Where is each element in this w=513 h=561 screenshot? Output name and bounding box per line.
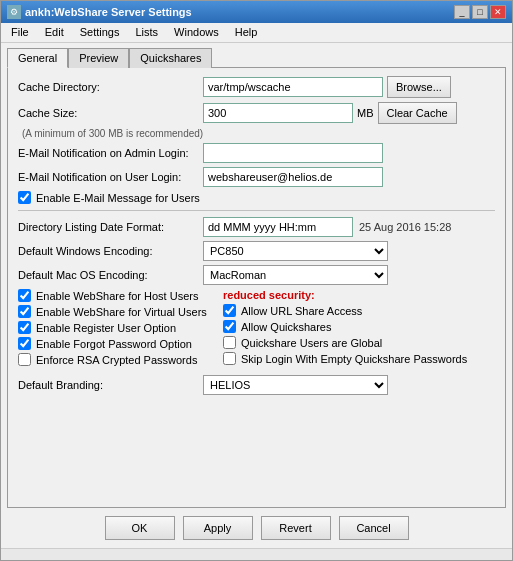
checkbox-forgot-password: Enable Forgot Password Option (18, 337, 213, 350)
email-user-input[interactable] (203, 167, 383, 187)
cache-size-input[interactable] (203, 103, 353, 123)
email-user-row: E-Mail Notification on User Login: (18, 167, 495, 187)
checkbox-host-users-input[interactable] (18, 289, 31, 302)
clear-cache-button[interactable]: Clear Cache (378, 102, 457, 124)
checkbox-quickshare-global-input[interactable] (223, 336, 236, 349)
checkbox-virtual-users: Enable WebShare for Virtual Users (18, 305, 213, 318)
menu-lists[interactable]: Lists (129, 25, 164, 40)
tabs: General Preview Quickshares (7, 47, 506, 67)
maximize-button[interactable]: □ (472, 5, 488, 19)
checkbox-rsa-crypted-input[interactable] (18, 353, 31, 366)
enable-email-row: Enable E-Mail Message for Users (18, 191, 495, 204)
cache-size-unit: MB (357, 107, 374, 119)
email-admin-row: E-Mail Notification on Admin Login: (18, 143, 495, 163)
checkbox-skip-login-input[interactable] (223, 352, 236, 365)
date-preview: 25 Aug 2016 15:28 (359, 221, 451, 233)
checkbox-quickshare-global-label: Quickshare Users are Global (241, 337, 382, 349)
checkbox-allow-quickshares: Allow Quickshares (223, 320, 495, 333)
mac-encoding-label: Default Mac OS Encoding: (18, 269, 203, 281)
checkboxes-section: Enable WebShare for Host Users Enable We… (18, 289, 495, 369)
checkbox-register-user-input[interactable] (18, 321, 31, 334)
cache-size-row: Cache Size: MB Clear Cache (18, 102, 495, 124)
checkbox-register-user-label: Enable Register User Option (36, 322, 176, 334)
windows-encoding-label: Default Windows Encoding: (18, 245, 203, 257)
close-button[interactable]: ✕ (490, 5, 506, 19)
enable-email-checkbox[interactable] (18, 191, 31, 204)
cache-directory-label: Cache Directory: (18, 81, 203, 93)
checkbox-url-share-input[interactable] (223, 304, 236, 317)
bottom-strip (1, 548, 512, 560)
email-admin-input[interactable] (203, 143, 383, 163)
default-branding-label: Default Branding: (18, 379, 203, 391)
title-controls: _ □ ✕ (454, 5, 506, 19)
title-bar-left: ⚙ ankh:WebShare Server Settings (7, 5, 192, 19)
checkbox-forgot-password-label: Enable Forgot Password Option (36, 338, 192, 350)
window-title: ankh:WebShare Server Settings (25, 6, 192, 18)
default-branding-row: Default Branding: HELIOS Custom (18, 375, 495, 395)
tab-quickshares[interactable]: Quickshares (129, 48, 212, 68)
mac-encoding-select[interactable]: MacRoman UTF-8 MacJapanese (203, 265, 388, 285)
checkbox-skip-login: Skip Login With Empty Quickshare Passwor… (223, 352, 495, 365)
checkbox-rsa-crypted-label: Enforce RSA Crypted Passwords (36, 354, 197, 366)
app-icon: ⚙ (7, 5, 21, 19)
checkbox-allow-quickshares-input[interactable] (223, 320, 236, 333)
date-format-label: Directory Listing Date Format: (18, 221, 203, 233)
mac-encoding-row: Default Mac OS Encoding: MacRoman UTF-8 … (18, 265, 495, 285)
tabs-container: General Preview Quickshares (1, 43, 512, 67)
date-format-input[interactable] (203, 217, 353, 237)
cache-directory-row: Cache Directory: Browse... (18, 76, 495, 98)
checkbox-forgot-password-input[interactable] (18, 337, 31, 350)
checkbox-host-users-label: Enable WebShare for Host Users (36, 290, 198, 302)
content-panel: Cache Directory: Browse... Cache Size: M… (7, 67, 506, 508)
email-user-label: E-Mail Notification on User Login: (18, 171, 203, 183)
checkbox-url-share: Allow URL Share Access (223, 304, 495, 317)
checkbox-register-user: Enable Register User Option (18, 321, 213, 334)
revert-button[interactable]: Revert (261, 516, 331, 540)
cache-directory-input[interactable] (203, 77, 383, 97)
cancel-button[interactable]: Cancel (339, 516, 409, 540)
checkbox-quickshare-global: Quickshare Users are Global (223, 336, 495, 349)
divider-1 (18, 210, 495, 211)
apply-button[interactable]: Apply (183, 516, 253, 540)
checkboxes-right: reduced security: Allow URL Share Access… (223, 289, 495, 369)
menu-windows[interactable]: Windows (168, 25, 225, 40)
browse-button[interactable]: Browse... (387, 76, 451, 98)
menu-settings[interactable]: Settings (74, 25, 126, 40)
checkbox-allow-quickshares-label: Allow Quickshares (241, 321, 331, 333)
title-bar: ⚙ ankh:WebShare Server Settings _ □ ✕ (1, 1, 512, 23)
windows-encoding-select[interactable]: PC850 UTF-8 ISO-8859-1 (203, 241, 388, 261)
default-branding-select[interactable]: HELIOS Custom (203, 375, 388, 395)
date-format-row: Directory Listing Date Format: 25 Aug 20… (18, 217, 495, 237)
ok-button[interactable]: OK (105, 516, 175, 540)
footer: OK Apply Revert Cancel (1, 508, 512, 548)
menu-file[interactable]: File (5, 25, 35, 40)
cache-size-label: Cache Size: (18, 107, 203, 119)
menubar: File Edit Settings Lists Windows Help (1, 23, 512, 43)
checkbox-virtual-users-label: Enable WebShare for Virtual Users (36, 306, 207, 318)
tab-general[interactable]: General (7, 48, 68, 68)
minimize-button[interactable]: _ (454, 5, 470, 19)
menu-help[interactable]: Help (229, 25, 264, 40)
cache-hint: (A minimum of 300 MB is recommended) (18, 128, 495, 139)
email-admin-label: E-Mail Notification on Admin Login: (18, 147, 203, 159)
menu-edit[interactable]: Edit (39, 25, 70, 40)
checkbox-rsa-crypted: Enforce RSA Crypted Passwords (18, 353, 213, 366)
checkbox-virtual-users-input[interactable] (18, 305, 31, 318)
tab-preview[interactable]: Preview (68, 48, 129, 68)
reduced-security-label: reduced security: (223, 289, 495, 301)
checkbox-url-share-label: Allow URL Share Access (241, 305, 362, 317)
checkboxes-left: Enable WebShare for Host Users Enable We… (18, 289, 213, 369)
enable-email-label: Enable E-Mail Message for Users (36, 192, 200, 204)
main-window: ⚙ ankh:WebShare Server Settings _ □ ✕ Fi… (0, 0, 513, 561)
windows-encoding-row: Default Windows Encoding: PC850 UTF-8 IS… (18, 241, 495, 261)
checkbox-host-users: Enable WebShare for Host Users (18, 289, 213, 302)
checkbox-skip-login-label: Skip Login With Empty Quickshare Passwor… (241, 353, 467, 365)
